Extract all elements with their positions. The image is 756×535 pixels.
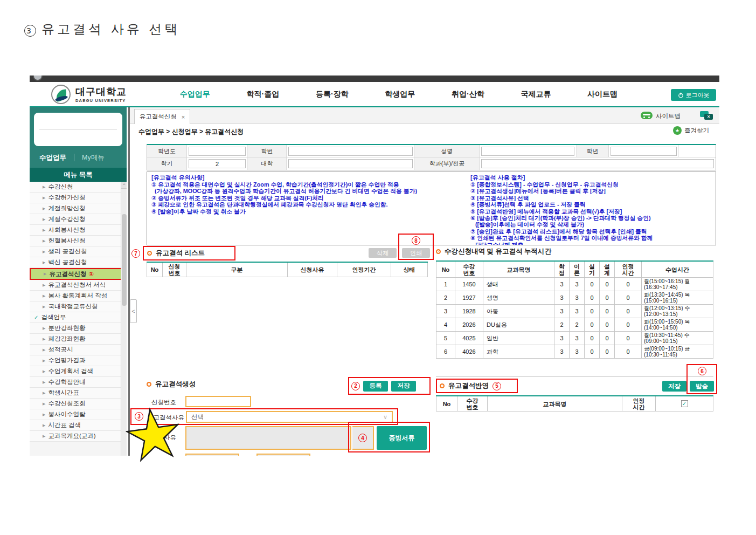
sidebar-item[interactable]: ▶유고결석신청서 서식 xyxy=(30,280,127,291)
save-button[interactable]: 저장 xyxy=(391,381,416,392)
annotation-2: 2 xyxy=(351,382,360,390)
sidebar-item[interactable]: ▶봉사 활동계획서 작성 xyxy=(30,291,127,301)
nav-item-career[interactable]: 취업·산학 xyxy=(452,90,484,99)
scroll-up-icon[interactable]: ^ xyxy=(121,182,127,189)
sidebar-tab-classwork[interactable]: 수업업무 xyxy=(39,153,66,162)
sidebar-item[interactable]: ▶봉사이수열람 xyxy=(30,409,127,420)
cell-recognized-time: 0 xyxy=(615,305,642,318)
register-button[interactable]: 등록 xyxy=(363,381,388,392)
evidence-button[interactable]: 증빙서류 xyxy=(377,426,427,450)
logout-button[interactable]: 로그아웃 xyxy=(671,89,716,101)
year-input[interactable] xyxy=(189,147,246,156)
dept-input[interactable] xyxy=(481,159,714,168)
sidebar-collapse-handle[interactable]: < xyxy=(130,299,137,323)
sidebar-item[interactable]: ▶생리 공결신청 xyxy=(30,246,127,257)
breadcrumb: 수업업무 > 신청업무 > 유고결석신청 xyxy=(138,127,244,136)
nav-item-records[interactable]: 학적·졸업 xyxy=(247,90,280,99)
cell-credits: 3 xyxy=(554,345,570,359)
sidebar-item-absence-apply[interactable]: ▶ 유고결석신청 ① xyxy=(30,268,127,280)
sidebar-group-search[interactable]: ✓ 검색업무 xyxy=(30,312,127,323)
sidebar-item[interactable]: ▶수강신청 xyxy=(30,182,127,193)
sidebar-item[interactable]: ▶성적공시 xyxy=(30,345,127,355)
sidebar-item[interactable]: ▶헌혈봉사신청 xyxy=(30,236,127,246)
table-row: 3 1928 아동 3 3 0 0 0 월(12:00~13:15) 수(12:… xyxy=(436,305,713,318)
reason-select[interactable]: 선택 ∨ xyxy=(186,411,393,423)
sitemap-icon[interactable] xyxy=(641,112,653,119)
cell-course-no: 1450 xyxy=(455,278,483,291)
cell-practice: 0 xyxy=(585,318,600,332)
apply-save-button[interactable]: 저장 xyxy=(662,381,686,392)
bullet-icon xyxy=(436,249,441,254)
nav-item-international[interactable]: 국제교류 xyxy=(521,90,551,99)
sidebar-item[interactable]: ▶수강허가신청 xyxy=(30,193,127,203)
reason-textarea[interactable] xyxy=(185,426,351,450)
sidebar-item[interactable]: ▶국내학점교류신청 xyxy=(30,301,127,312)
enrollment-section-title-row: 수강신청내역 및 유고결석 누적시간 xyxy=(436,247,551,256)
sidebar-item[interactable]: ▶시간표 검색 xyxy=(30,420,127,431)
college-input[interactable] xyxy=(288,159,413,168)
end-date-input[interactable] xyxy=(256,454,310,456)
cell-course-name: 생태 xyxy=(483,278,554,291)
reason-select-value: 선택 xyxy=(191,413,204,421)
tab-absence-apply[interactable]: 유고결석신청 × xyxy=(134,109,190,124)
cell-design: 0 xyxy=(600,305,615,318)
tab-strip: 유고결석신청 × 사이트맵 ✕ xyxy=(130,107,719,124)
cell-no: 4 xyxy=(436,318,455,332)
cell-credits: 2 xyxy=(554,318,570,332)
start-date-input[interactable] xyxy=(185,454,239,456)
multi-window-icon[interactable]: ✕ xyxy=(700,111,714,120)
nav-item-registration[interactable]: 등록·장학 xyxy=(316,90,349,99)
nav-item-classwork[interactable]: 수업업무 xyxy=(180,90,210,99)
sidebar-tab-mymenu[interactable]: My메뉴 xyxy=(82,153,105,162)
sidebar-item[interactable]: ▶수강신청조회 xyxy=(30,399,127,409)
university-logo-icon xyxy=(51,85,71,104)
column-header: 수강 번호 xyxy=(455,262,483,278)
term-input[interactable]: 2 xyxy=(189,159,246,168)
term-label: 학기 xyxy=(147,157,187,170)
enrollment-table: No 수강 번호 교과목명 학 점 이 론 실 기 설 계 인정 시간 수업시간… xyxy=(436,260,713,359)
sidebar-item[interactable]: ▶분반강좌현황 xyxy=(30,323,127,334)
student-id-input[interactable] xyxy=(288,147,413,156)
send-button[interactable]: 발송 xyxy=(690,381,714,392)
sidebar-item[interactable]: ▶수강학점안내 xyxy=(30,377,127,388)
cell-design: 0 xyxy=(600,318,615,332)
sidebar-item[interactable]: ▶교과목개요(교과) xyxy=(30,431,127,442)
cell-no: 5 xyxy=(436,332,455,345)
arrow-icon: ▶ xyxy=(43,348,45,352)
page-title-text: 유고결석 사유 선택 xyxy=(41,22,180,37)
student-info-form: 학년도 학번 성명 학년 학기 2 대학 학과(부)/전공 xyxy=(147,144,716,170)
sidebar-item[interactable]: ▶계절희망신청 xyxy=(30,203,127,214)
arrow-icon: ▶ xyxy=(43,326,45,331)
sidebar-item[interactable]: ▶수업평가결과 xyxy=(30,355,127,366)
nav-item-student[interactable]: 학생업무 xyxy=(385,90,415,99)
scrollbar-thumb[interactable] xyxy=(122,214,127,306)
column-header-checkbox: ✓ xyxy=(656,396,713,411)
table-row: 6 4026 과학 3 3 0 0 0 금(09:00~10:15) 금(10:… xyxy=(436,345,713,359)
name-input[interactable] xyxy=(481,147,574,156)
favorite-star-icon: ★ xyxy=(673,126,682,135)
close-icon[interactable]: × xyxy=(182,114,185,120)
sidebar-item[interactable]: ▶수업계획서 검색 xyxy=(30,366,127,377)
sidebar-item[interactable]: ▶계절수강신청 xyxy=(30,214,127,225)
cell-course-name: 과학 xyxy=(483,345,554,359)
year-label: 학년도 xyxy=(147,145,187,157)
sidebar-item[interactable]: ▶폐강강좌현황 xyxy=(30,334,127,345)
apply-no-input[interactable] xyxy=(185,396,251,407)
logout-label: 로그아웃 xyxy=(686,91,710,99)
cell-course-name: 생명 xyxy=(483,291,554,305)
select-all-checkbox[interactable]: ✓ xyxy=(681,400,688,407)
delete-button[interactable]: 삭제 xyxy=(369,248,397,258)
favorites[interactable]: ★ 즐겨찾기 xyxy=(673,126,709,135)
arrow-icon: ▶ xyxy=(43,413,45,417)
sidebar-item[interactable]: ▶사회봉사신청 xyxy=(30,225,127,236)
annotation-1: ① xyxy=(88,270,94,278)
table-row: 1 1450 생태 3 3 0 0 0 월(15:00~16:15) 월(16:… xyxy=(436,278,713,291)
sidebar-item[interactable]: ▶백신 공결신청 xyxy=(30,257,127,268)
sidebar-item[interactable]: ▶학생시간표 xyxy=(30,388,127,399)
nav-item-sitemap[interactable]: 사이트맵 xyxy=(587,90,618,99)
sitemap-link[interactable]: 사이트맵 xyxy=(656,112,681,120)
grade-input[interactable] xyxy=(611,147,677,156)
column-header: No xyxy=(436,396,457,411)
column-header: 수강 번호 xyxy=(457,396,488,411)
annotation-6: 6 xyxy=(698,367,706,375)
